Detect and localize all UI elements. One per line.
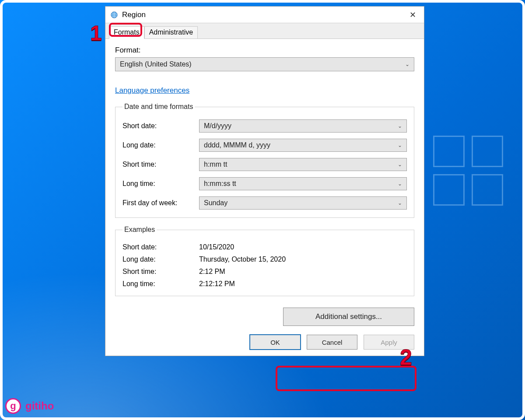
tab-strip: Formats Administrative: [105, 23, 424, 39]
additional-settings-row: Additional settings...: [105, 308, 424, 332]
window-title: Region: [122, 10, 405, 19]
short-date-value: M/d/yyyy: [204, 122, 231, 130]
region-dialog: Region ✕ Formats Administrative Format: …: [105, 6, 424, 356]
chevron-down-icon: ⌄: [398, 142, 402, 148]
dialog-buttons-row: OK Cancel Apply: [105, 332, 424, 356]
examples-legend: Examples: [122, 226, 157, 234]
language-preferences-link[interactable]: Language preferences: [115, 86, 189, 95]
long-time-select[interactable]: h:mm:ss tt ⌄: [199, 177, 407, 190]
ex-long-time-value: 2:12:12 PM: [199, 280, 235, 288]
first-day-select[interactable]: Sunday ⌄: [199, 196, 407, 210]
tab-content: Format: English (United States) ⌄ Langua…: [105, 39, 424, 308]
ex-long-time-label: Long time:: [122, 280, 199, 288]
additional-settings-button[interactable]: Additional settings...: [283, 308, 414, 326]
format-select-value: English (United States): [120, 60, 192, 68]
ex-long-date-value: Thursday, October 15, 2020: [199, 256, 286, 263]
title-bar: Region ✕: [105, 7, 424, 23]
long-date-label: Long date:: [122, 141, 199, 149]
examples-group: Examples Short date: 10/15/2020 Long dat…: [115, 226, 414, 296]
format-select[interactable]: English (United States) ⌄: [115, 57, 414, 71]
ex-short-date-value: 10/15/2020: [199, 243, 234, 251]
short-date-select[interactable]: M/d/yyyy ⌄: [199, 119, 407, 133]
chevron-down-icon: ⌄: [398, 161, 402, 168]
globe-icon: [110, 10, 119, 19]
date-time-formats-group: Date and time formats Short date: M/d/yy…: [115, 103, 414, 218]
chevron-down-icon: ⌄: [405, 61, 410, 67]
ex-short-date-label: Short date:: [122, 243, 199, 251]
annotation-number-1: 1: [90, 21, 102, 45]
short-time-label: Short time:: [122, 161, 199, 168]
watermark-text: gitiho: [25, 400, 54, 412]
ex-long-date-label: Long date:: [122, 256, 199, 263]
chevron-down-icon: ⌄: [398, 123, 402, 129]
first-day-label: First day of week:: [122, 199, 199, 207]
long-time-label: Long time:: [122, 180, 199, 188]
watermark-logo-icon: g: [5, 398, 21, 414]
tab-formats[interactable]: Formats: [109, 26, 144, 39]
cancel-button[interactable]: Cancel: [307, 335, 357, 350]
short-time-value: h:mm tt: [204, 161, 227, 168]
first-day-value: Sunday: [204, 199, 228, 207]
date-time-formats-legend: Date and time formats: [122, 103, 195, 111]
ok-button[interactable]: OK: [250, 335, 301, 350]
short-date-label: Short date:: [122, 122, 199, 130]
watermark: g gitiho: [5, 398, 54, 414]
format-label: Format:: [115, 46, 414, 55]
ex-short-time-value: 2:12 PM: [199, 268, 225, 276]
long-time-value: h:mm:ss tt: [204, 180, 236, 188]
tab-administrative[interactable]: Administrative: [144, 26, 198, 38]
long-date-select[interactable]: dddd, MMMM d, yyyy ⌄: [199, 139, 407, 152]
chevron-down-icon: ⌄: [398, 181, 402, 187]
close-button[interactable]: ✕: [405, 8, 420, 21]
short-time-select[interactable]: h:mm tt ⌄: [199, 158, 407, 171]
long-date-value: dddd, MMMM d, yyyy: [204, 141, 270, 149]
windows-logo-decor: [433, 136, 503, 206]
annotation-number-2: 2: [400, 345, 412, 370]
chevron-down-icon: ⌄: [398, 200, 402, 206]
ex-short-time-label: Short time:: [122, 268, 199, 276]
